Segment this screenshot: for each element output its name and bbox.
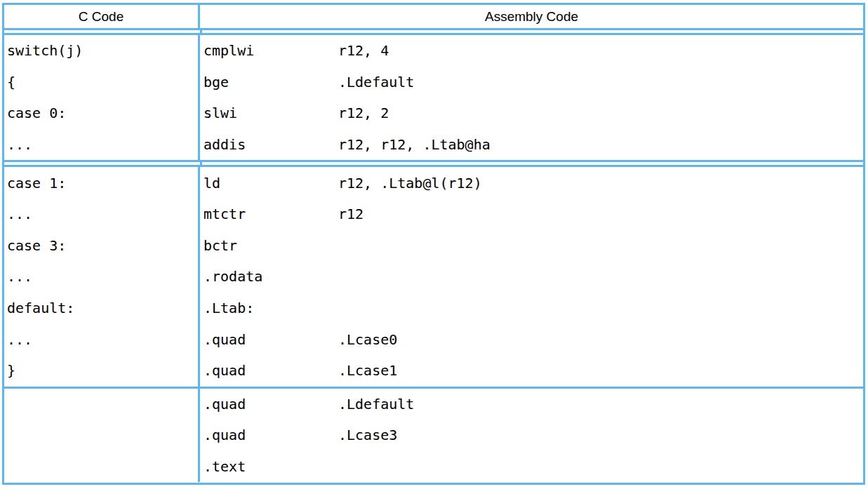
assembly-mnemonic: .quad xyxy=(203,427,338,443)
assembly-code-line: .quad.Lcase1 xyxy=(203,355,863,387)
assembly-operands: .Lcase0 xyxy=(338,331,397,348)
c-code-line: ... xyxy=(7,323,198,355)
assembly-operands: r12, r12, .Ltab@ha xyxy=(338,136,490,153)
table-header-row: C Code Assembly Code xyxy=(4,5,863,28)
table-row: switch(j){case 0:...cmplwir12, 4bge.Ldef… xyxy=(4,35,863,160)
table-row: .quad.Ldefault.quad.Lcase3.text xyxy=(4,389,863,483)
assembly-operands: r12, 4 xyxy=(338,42,389,59)
assembly-mnemonic: .Ltab: xyxy=(203,300,338,316)
c-to-assembly-table: C Code Assembly Code switch(j){case 0:..… xyxy=(2,3,865,485)
double-separator xyxy=(4,160,863,167)
assembly-code-line: .quad.Ldefault xyxy=(203,389,863,420)
assembly-code-line: mtctrr12 xyxy=(203,199,863,230)
assembly-code-line: addisr12, r12, .Ltab@ha xyxy=(203,129,863,161)
assembly-mnemonic: .text xyxy=(203,458,338,475)
assembly-mnemonic: addis xyxy=(203,136,338,153)
assembly-code-line: bctr xyxy=(203,230,863,262)
c-code-cell: switch(j){case 0:... xyxy=(4,35,200,160)
assembly-code-line: .quad.Lcase3 xyxy=(203,420,863,451)
c-code-line: switch(j) xyxy=(7,35,198,67)
assembly-code-cell: cmplwir12, 4bge.Ldefaultslwir12, 2addisr… xyxy=(200,35,863,160)
assembly-mnemonic: .quad xyxy=(203,331,338,348)
assembly-code-line: .text xyxy=(203,451,863,483)
c-code-line: ... xyxy=(7,261,198,293)
assembly-mnemonic: bctr xyxy=(203,237,338,254)
assembly-mnemonic: mtctr xyxy=(203,206,338,222)
assembly-code-line: cmplwir12, 4 xyxy=(203,35,863,67)
assembly-mnemonic: slwi xyxy=(203,105,338,121)
assembly-code-cell: .quad.Ldefault.quad.Lcase3.text xyxy=(200,389,863,483)
c-code-cell: case 1:...case 3:...default:...} xyxy=(4,167,200,386)
assembly-code-line: .Ltab: xyxy=(203,293,863,324)
assembly-mnemonic: .quad xyxy=(203,362,338,379)
header-c-code: C Code xyxy=(4,5,200,28)
assembly-code-line: .rodata xyxy=(203,261,863,293)
assembly-mnemonic: cmplwi xyxy=(203,42,338,59)
assembly-operands: r12, .Ltab@l(r12) xyxy=(338,175,482,192)
assembly-operands: r12 xyxy=(338,206,363,222)
assembly-code-line: slwir12, 2 xyxy=(203,98,863,129)
assembly-mnemonic: .quad xyxy=(203,396,338,413)
table-body: switch(j){case 0:...cmplwir12, 4bge.Ldef… xyxy=(4,35,863,482)
assembly-operands: .Lcase1 xyxy=(338,362,397,379)
assembly-code-cell: ldr12, .Ltab@l(r12)mtctrr12bctr.rodata.L… xyxy=(200,167,863,386)
assembly-operands: .Ldefault xyxy=(338,74,414,91)
c-code-line: ... xyxy=(7,129,198,161)
c-code-cell xyxy=(4,389,200,483)
assembly-code-line: ldr12, .Ltab@l(r12) xyxy=(203,167,863,199)
assembly-operands: .Ldefault xyxy=(338,396,414,413)
c-code-line: } xyxy=(7,355,198,387)
assembly-mnemonic: bge xyxy=(203,74,338,91)
c-code-line: ... xyxy=(7,199,198,230)
assembly-code-line: bge.Ldefault xyxy=(203,67,863,98)
assembly-operands: .Lcase3 xyxy=(338,427,397,443)
c-code-line: case 3: xyxy=(7,230,198,262)
assembly-mnemonic: .rodata xyxy=(203,268,338,285)
header-assembly-code: Assembly Code xyxy=(200,5,863,28)
c-code-line: case 0: xyxy=(7,98,198,129)
assembly-operands: r12, 2 xyxy=(338,105,389,121)
c-code-line: { xyxy=(7,67,198,98)
table-row: case 1:...case 3:...default:...}ldr12, .… xyxy=(4,167,863,386)
assembly-code-line: .quad.Lcase0 xyxy=(203,323,863,355)
c-code-line: case 1: xyxy=(7,167,198,199)
c-code-line: default: xyxy=(7,293,198,324)
assembly-mnemonic: ld xyxy=(203,175,338,192)
header-separator xyxy=(4,28,863,35)
